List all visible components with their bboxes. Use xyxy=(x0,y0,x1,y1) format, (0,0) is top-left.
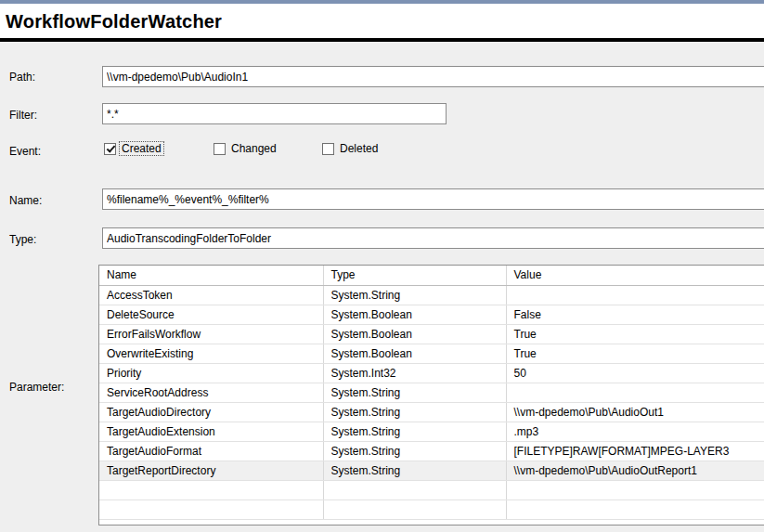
cell-name[interactable]: ServiceRootAddress xyxy=(99,383,323,402)
cell-name[interactable]: DeleteSource xyxy=(99,305,323,324)
cell-value[interactable]: \\vm-dpedemo\Pub\AudioOutReport1 xyxy=(506,461,764,480)
cell-type[interactable]: System.Int32 xyxy=(323,363,506,383)
cell-value[interactable]: [FILETYPE]RAW[FORMAT]MPEG-LAYER3 xyxy=(506,441,764,461)
title-divider xyxy=(0,38,764,42)
column-header-value[interactable]: Value xyxy=(506,266,764,285)
cell-type[interactable] xyxy=(323,480,506,500)
name-label: Name: xyxy=(9,194,42,207)
name-input[interactable] xyxy=(102,188,764,210)
cell-type[interactable]: System.String xyxy=(323,422,506,441)
created-checkbox-label: Created xyxy=(120,142,163,155)
table-row[interactable] xyxy=(99,500,764,519)
cell-type[interactable]: System.Boolean xyxy=(323,305,506,324)
event-options-row: Created Changed Deleted xyxy=(0,141,764,158)
cell-value[interactable] xyxy=(506,285,764,305)
cell-type[interactable]: System.Boolean xyxy=(323,324,506,344)
table-row[interactable]: DeleteSourceSystem.BooleanFalse xyxy=(99,305,764,324)
filter-input[interactable] xyxy=(102,103,447,124)
table-row[interactable]: OverwriteExistingSystem.BooleanTrue xyxy=(99,344,764,363)
column-header-name[interactable]: Name xyxy=(99,266,323,285)
table-row[interactable]: TargetAudioExtensionSystem.String.mp3 xyxy=(99,422,764,441)
cell-value[interactable]: \\vm-dpedemo\Pub\AudioOut1 xyxy=(506,402,764,422)
table-row[interactable]: ServiceRootAddressSystem.String xyxy=(99,383,764,402)
workflow-folder-watcher-panel: WorkflowFolderWatcher Path: Filter: Even… xyxy=(0,0,764,532)
cell-type[interactable]: System.String xyxy=(323,461,506,480)
cell-name[interactable]: Priority xyxy=(99,363,323,383)
type-input[interactable] xyxy=(102,227,764,249)
type-label: Type: xyxy=(9,233,36,246)
path-label: Path: xyxy=(9,71,35,84)
cell-name[interactable] xyxy=(99,500,323,519)
cell-type[interactable]: System.Boolean xyxy=(323,344,506,363)
parameter-table-head-row: NameTypeValue xyxy=(99,266,764,285)
event-option-deleted[interactable]: Deleted xyxy=(322,141,380,156)
cell-name[interactable]: TargetAudioDirectory xyxy=(99,402,323,422)
cell-name[interactable] xyxy=(99,480,323,500)
cell-name[interactable]: ErrorFailsWorkflow xyxy=(99,324,323,344)
column-header-type[interactable]: Type xyxy=(323,266,506,285)
created-checkbox[interactable] xyxy=(104,143,116,155)
parameter-grid: NameTypeValue AccessTokenSystem.StringDe… xyxy=(98,265,764,526)
cell-name[interactable]: TargetAudioExtension xyxy=(99,422,323,441)
cell-type[interactable]: System.String xyxy=(323,402,506,422)
cell-value[interactable]: True xyxy=(506,324,764,344)
cell-value[interactable]: False xyxy=(506,305,764,324)
cell-type[interactable]: System.String xyxy=(323,383,506,402)
title-band: WorkflowFolderWatcher xyxy=(0,4,764,38)
deleted-checkbox-label: Deleted xyxy=(338,142,380,155)
cell-value[interactable]: .mp3 xyxy=(506,422,764,441)
parameter-table: NameTypeValue AccessTokenSystem.StringDe… xyxy=(99,266,764,520)
cell-value[interactable] xyxy=(506,383,764,402)
cell-type[interactable]: System.String xyxy=(323,285,506,305)
parameter-label: Parameter: xyxy=(9,381,64,394)
table-row[interactable] xyxy=(99,480,764,500)
path-input[interactable] xyxy=(102,66,764,87)
table-row[interactable]: TargetAudioDirectorySystem.String\\vm-dp… xyxy=(99,402,764,422)
table-row[interactable]: PrioritySystem.Int3250 xyxy=(99,363,764,383)
cell-value[interactable] xyxy=(506,480,764,500)
cell-value[interactable]: 50 xyxy=(506,363,764,383)
changed-checkbox[interactable] xyxy=(214,143,226,155)
cell-value[interactable]: True xyxy=(506,344,764,363)
table-row[interactable]: AccessTokenSystem.String xyxy=(99,285,764,305)
deleted-checkbox[interactable] xyxy=(322,143,334,155)
cell-name[interactable]: TargetAudioFormat xyxy=(99,441,323,461)
table-row[interactable]: TargetAudioFormatSystem.String[FILETYPE]… xyxy=(99,441,764,461)
cell-type[interactable] xyxy=(323,500,506,519)
event-option-created[interactable]: Created xyxy=(104,141,163,156)
page-title: WorkflowFolderWatcher xyxy=(6,11,222,32)
changed-checkbox-label: Changed xyxy=(229,142,278,155)
cell-name[interactable]: AccessToken xyxy=(99,285,323,305)
cell-value[interactable] xyxy=(506,500,764,519)
event-option-changed[interactable]: Changed xyxy=(214,141,278,156)
cell-name[interactable]: TargetReportDirectory xyxy=(99,461,323,480)
filter-label: Filter: xyxy=(9,109,37,122)
parameter-table-body: AccessTokenSystem.StringDeleteSourceSyst… xyxy=(99,285,764,519)
table-row[interactable]: TargetReportDirectorySystem.String\\vm-d… xyxy=(99,461,764,480)
table-row[interactable]: ErrorFailsWorkflowSystem.BooleanTrue xyxy=(99,324,764,344)
cell-type[interactable]: System.String xyxy=(323,441,506,461)
cell-name[interactable]: OverwriteExisting xyxy=(99,344,323,363)
